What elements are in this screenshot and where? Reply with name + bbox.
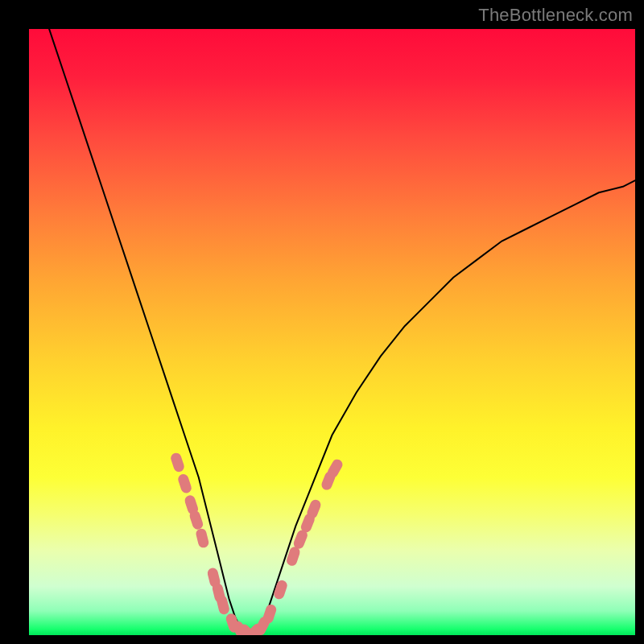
plot-area (29, 29, 635, 635)
curve-markers (170, 452, 345, 635)
curve-marker (177, 473, 193, 494)
curve-path (29, 29, 635, 635)
chart-svg (29, 29, 635, 635)
chart-frame: TheBottleneck.com (0, 0, 644, 644)
watermark-text: TheBottleneck.com (478, 5, 633, 26)
bottleneck-curve (29, 29, 635, 635)
curve-marker (195, 527, 209, 548)
curve-marker (170, 452, 186, 473)
